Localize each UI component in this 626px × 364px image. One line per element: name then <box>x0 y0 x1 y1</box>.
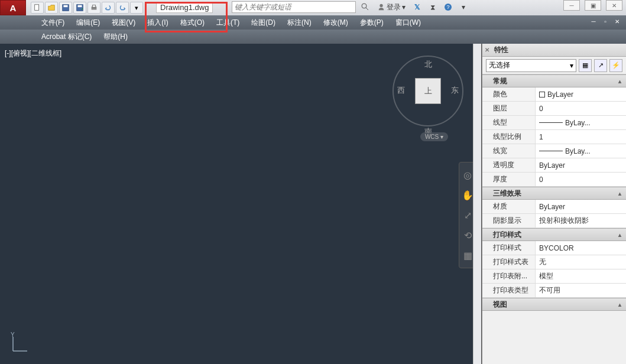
viewport-label[interactable]: [-][俯视][二维线框] <box>5 48 61 58</box>
svg-rect-0 <box>35 5 39 11</box>
menu-format[interactable]: 格式(O) <box>174 16 210 30</box>
doc-restore-button[interactable]: ▫ <box>600 17 611 26</box>
window-controls: ─ ▣ ✕ <box>563 0 622 11</box>
menu-file[interactable]: 文件(F) <box>35 16 70 30</box>
svg-rect-2 <box>64 5 68 8</box>
app-logo[interactable]: A <box>0 0 26 15</box>
panel-title[interactable]: 特性 <box>482 44 626 57</box>
exchange-icon[interactable]: 𝕏 <box>411 1 423 13</box>
qat-dropdown-icon[interactable]: ▾ <box>130 2 143 14</box>
label-ltscale: 线型比例 <box>482 130 536 144</box>
wcs-label: WCS <box>425 134 439 140</box>
menu-bar-row2: Acrobat 标记(C) 帮助(H) <box>0 30 626 44</box>
value-plot-type[interactable]: 不可用 <box>536 284 626 297</box>
pickadd-icon[interactable]: ▦ <box>579 59 592 72</box>
menu-param[interactable]: 参数(P) <box>354 16 390 30</box>
viewcube-top-face[interactable]: 上 <box>415 78 441 104</box>
search-input[interactable] <box>232 1 356 13</box>
value-thickness[interactable]: 0 <box>536 173 626 186</box>
login-label: 登录 <box>387 2 401 12</box>
value-linetype[interactable]: ByLay... <box>536 116 626 129</box>
value-plot-attach[interactable]: 模型 <box>536 269 626 283</box>
title-bar: A ▾ Drawing1.dwg 登录▾ 𝕏 ⧗ ? ▾ ─ ▣ ✕ <box>0 0 626 15</box>
menu-edit[interactable]: 编辑(E) <box>70 16 106 30</box>
vertical-scrollbar[interactable] <box>473 44 481 364</box>
close-button[interactable]: ✕ <box>606 0 622 11</box>
svg-rect-4 <box>78 5 82 8</box>
search-icon[interactable] <box>359 1 371 13</box>
wcs-badge[interactable]: WCS ▾ <box>420 132 448 141</box>
menu-help[interactable]: 帮助(H) <box>98 30 134 44</box>
section-3d[interactable]: 三维效果 <box>482 187 626 200</box>
view-cube[interactable]: 北 南 东 西 上 <box>393 56 463 126</box>
properties-panel: 特性 无选择▾ ▦ ↗ ⚡ 常规 颜色ByLayer 图层0 线型ByLay..… <box>482 44 626 364</box>
value-transparency[interactable]: ByLayer <box>536 158 626 172</box>
ucs-icon[interactable]: Y <box>8 332 32 358</box>
value-plot-style[interactable]: BYCOLOR <box>536 241 626 255</box>
menu-acrobat[interactable]: Acrobat 标记(C) <box>35 30 98 44</box>
lineweight-sample-icon <box>539 151 563 151</box>
document-title: Drawing1.dwg <box>156 2 213 13</box>
label-color: 颜色 <box>482 87 536 101</box>
open-file-icon[interactable] <box>45 2 58 14</box>
compass-west[interactable]: 西 <box>397 85 405 96</box>
menu-modify[interactable]: 修改(M) <box>317 16 354 30</box>
select-objects-icon[interactable]: ↗ <box>594 59 607 72</box>
label-material: 材质 <box>482 200 536 213</box>
save-as-icon[interactable] <box>73 2 86 14</box>
selection-value: 无选择 <box>489 60 510 70</box>
quick-select-icon[interactable]: ⚡ <box>609 59 622 72</box>
help-dropdown-icon[interactable]: ▾ <box>458 1 469 13</box>
selection-dropdown[interactable]: 无选择▾ <box>486 59 576 72</box>
compass-north[interactable]: 北 <box>424 59 432 70</box>
menu-tools[interactable]: 工具(T) <box>210 16 245 30</box>
value-ltscale[interactable]: 1 <box>536 130 626 144</box>
section-plot[interactable]: 打印样式 <box>482 228 626 241</box>
label-thickness: 厚度 <box>482 173 536 186</box>
menu-draw[interactable]: 绘图(D) <box>245 16 281 30</box>
linetype-sample-icon <box>539 122 563 123</box>
value-layer[interactable]: 0 <box>536 102 626 115</box>
menu-bar: 文件(F) 编辑(E) 视图(V) 插入(I) 格式(O) 工具(T) 绘图(D… <box>0 15 626 30</box>
compass-east[interactable]: 东 <box>451 85 459 96</box>
print-icon[interactable] <box>87 2 100 14</box>
bulb-icon[interactable]: ⧗ <box>427 1 439 13</box>
label-transparency: 透明度 <box>482 158 536 172</box>
undo-icon[interactable] <box>102 2 115 14</box>
section-general[interactable]: 常规 <box>482 74 626 87</box>
new-file-icon[interactable] <box>31 2 44 14</box>
login-button[interactable]: 登录▾ <box>375 2 408 12</box>
label-layer: 图层 <box>482 102 536 115</box>
section-view[interactable]: 视图 <box>482 298 626 311</box>
label-plot-attach: 打印表附... <box>482 269 536 283</box>
value-material[interactable]: ByLayer <box>536 200 626 213</box>
label-plot-type: 打印表类型 <box>482 284 536 297</box>
label-lineweight: 线宽 <box>482 144 536 158</box>
menu-view[interactable]: 视图(V) <box>106 16 141 30</box>
drawing-canvas[interactable]: [-][俯视][二维线框] 北 南 东 西 上 WCS ▾ ◎ ✋ ⤢ ⟲ ▦ … <box>0 44 482 364</box>
doc-close-button[interactable]: ✕ <box>612 17 622 26</box>
redo-icon[interactable] <box>116 2 129 14</box>
label-plot-table: 打印样式表 <box>482 255 536 269</box>
svg-text:?: ? <box>446 4 449 10</box>
value-plot-table[interactable]: 无 <box>536 255 626 269</box>
value-lineweight[interactable]: ByLay... <box>536 144 626 158</box>
doc-minimize-button[interactable]: ─ <box>588 17 599 26</box>
menu-dimension[interactable]: 标注(N) <box>281 16 317 30</box>
selection-row: 无选择▾ ▦ ↗ ⚡ <box>482 57 626 74</box>
value-color[interactable]: ByLayer <box>536 87 626 101</box>
help-icon[interactable]: ? <box>442 1 454 13</box>
save-icon[interactable] <box>59 2 72 14</box>
menu-insert[interactable]: 插入(I) <box>141 16 174 30</box>
value-shadow[interactable]: 投射和接收阴影 <box>536 214 626 228</box>
svg-point-7 <box>362 4 366 8</box>
color-swatch-icon <box>539 92 545 98</box>
label-shadow: 阴影显示 <box>482 214 536 228</box>
quick-access-toolbar: ▾ <box>28 1 145 15</box>
restore-button[interactable]: ▣ <box>585 0 601 11</box>
svg-point-8 <box>380 4 382 7</box>
minimize-button[interactable]: ─ <box>563 0 580 11</box>
svg-rect-6 <box>92 5 95 8</box>
label-plot-style: 打印样式 <box>482 241 536 255</box>
menu-window[interactable]: 窗口(W) <box>390 16 427 30</box>
